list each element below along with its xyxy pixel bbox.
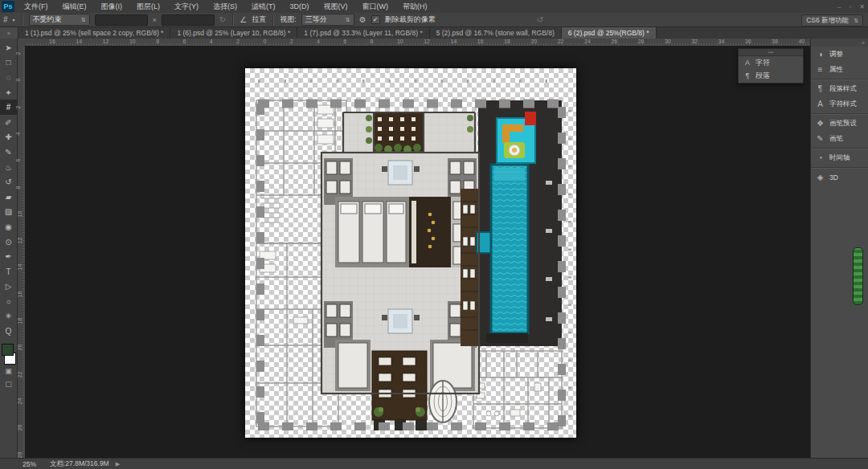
type-tool[interactable]: T <box>0 264 18 279</box>
move-tool[interactable]: ➤ <box>0 40 18 55</box>
top-ruler-label: 18 <box>504 39 510 44</box>
character-label: 字符 <box>755 58 770 68</box>
character-panel-tab[interactable]: A字符 <box>739 56 803 69</box>
paragraph-panel-tab[interactable]: ¶段落 <box>739 69 803 82</box>
delete-cropped-checkbox[interactable]: ✓ <box>371 15 380 24</box>
status-bar: 25% 文档:27.8M/316.9M ▶ <box>0 458 868 469</box>
tabs: 1 (1).psd @ 25% (sell space 2 copy, RGB/… <box>18 27 657 39</box>
brush-presets-panel-button[interactable]: ❖画笔预设 <box>811 116 868 131</box>
zoom-tool-icon: Q <box>6 327 12 336</box>
left-ruler-label: 4 <box>15 132 21 135</box>
minimize-button[interactable]: – <box>837 3 841 10</box>
menu-item-10[interactable]: 帮助(H) <box>395 0 435 13</box>
document-canvas[interactable] <box>245 68 576 438</box>
document-tab-4[interactable]: 6 (2).psd @ 25%(RGB/8) * <box>562 27 657 39</box>
dock-divider <box>811 79 868 80</box>
menu-item-8[interactable]: 视图(V) <box>317 0 355 13</box>
tools: ➤□◌✦#✐✚✎♨↺▰▨◉⊙✒T▷○✳Q <box>0 40 18 339</box>
menu-item-3[interactable]: 图层(L) <box>129 0 167 13</box>
brush-tool[interactable]: ✎ <box>0 145 18 160</box>
straighten-button[interactable]: 拉直 <box>252 14 266 25</box>
menu-item-7[interactable]: 3D(D) <box>283 0 317 13</box>
document-tab-2[interactable]: 1 (7).psd @ 33.3% (Layer 11, RGB/8) * <box>297 27 429 39</box>
paragraph-styles-panel-button[interactable]: ¶段落样式 <box>811 81 868 96</box>
straighten-icon[interactable]: ∠ <box>240 15 247 24</box>
dock-collapse-icon[interactable]: « <box>811 39 868 47</box>
reset-icon[interactable]: ↺ <box>537 15 543 24</box>
workspace-switcher[interactable]: CS6 新增功能 ⇅ <box>801 14 863 27</box>
gradient-tool[interactable]: ▨ <box>0 205 18 220</box>
document-tab-0[interactable]: 1 (1).psd @ 25% (sell space 2 copy, RGB/… <box>18 27 170 39</box>
overlay-select[interactable]: 三等分 ⇅ <box>301 14 354 26</box>
threed-panel-button[interactable]: ◈3D <box>811 169 868 185</box>
lasso-tool[interactable]: ◌ <box>0 70 18 85</box>
top-ruler-label: 4 <box>210 39 213 44</box>
photoshop-window: Ps 文件(F)编辑(E)图像(I)图层(L)文字(Y)选择(S)滤镜(T)3D… <box>0 0 868 469</box>
left-ruler-label: 24 <box>17 398 23 404</box>
dock-divider <box>811 148 868 149</box>
hand-tool-icon: ✳ <box>5 312 11 320</box>
menu-item-1[interactable]: 编辑(E) <box>55 0 94 13</box>
crop-ratio-select[interactable]: 不受约束 ⇅ <box>29 14 90 26</box>
crop-tool[interactable]: # <box>0 100 18 115</box>
menu-item-5[interactable]: 选择(S) <box>206 0 244 13</box>
top-ruler-label: 16 <box>49 39 55 44</box>
spot-healing-brush-tool[interactable]: ✚ <box>0 130 18 145</box>
pen-tool[interactable]: ✒ <box>0 249 18 264</box>
rectangular-marquee-tool[interactable]: □ <box>0 55 18 71</box>
path-selection-tool[interactable]: ▷ <box>0 279 18 295</box>
document-tab-3[interactable]: 5 (2).psd @ 16.7% (stone wall, RGB/8) <box>430 27 562 39</box>
left-ruler-label: 6 <box>15 159 21 162</box>
clone-stamp-tool[interactable]: ♨ <box>0 160 18 175</box>
close-button[interactable]: ✕ <box>859 3 865 10</box>
menu-item-4[interactable]: 文字(Y) <box>167 0 206 13</box>
menu-item-6[interactable]: 滤镜(T) <box>244 0 283 13</box>
left-ruler-label: 8 <box>15 186 21 189</box>
character-paragraph-panel: ▪▪▪ A字符¶段落 <box>738 48 804 84</box>
rotate-crop-icon[interactable]: ↻ <box>219 15 226 24</box>
zoom-level-field[interactable]: 25% <box>23 460 43 468</box>
menu-item-9[interactable]: 窗口(W) <box>355 0 396 13</box>
dodge-tool[interactable]: ⊙ <box>0 234 18 250</box>
left-ruler-label: 22 <box>17 371 23 377</box>
gear-icon[interactable]: ⚙ <box>359 15 366 24</box>
delete-cropped-label: 删除裁剪的像素 <box>385 14 436 25</box>
hand-tool[interactable]: ✳ <box>0 309 18 324</box>
adjustments-panel-button[interactable]: ◑调整 <box>811 47 868 62</box>
history-brush-tool[interactable]: ↺ <box>0 174 18 190</box>
tools-panel-collapse-icon[interactable]: » <box>0 27 18 39</box>
tool-preset-caret-icon[interactable]: ▾ <box>13 17 15 22</box>
dock-divider <box>811 113 868 114</box>
properties-panel-button[interactable]: ≡属性 <box>811 62 868 77</box>
crop-height-field[interactable] <box>162 14 215 26</box>
brush-panel-label: 画笔 <box>829 134 843 144</box>
zoom-tool[interactable]: Q <box>0 324 18 339</box>
menu-item-0[interactable]: 文件(F) <box>17 0 55 13</box>
status-flyout-icon[interactable]: ▶ <box>116 461 120 467</box>
screen-mode-button[interactable]: ▢ <box>0 377 18 390</box>
brush-presets-panel-icon: ❖ <box>815 119 825 128</box>
properties-panel-label: 属性 <box>829 65 843 75</box>
document-tab-1[interactable]: 1 (6).psd @ 25% (Layer 10, RGB/8) * <box>170 27 297 39</box>
shape-tool[interactable]: ○ <box>0 294 18 309</box>
blur-tool[interactable]: ◉ <box>0 219 18 234</box>
foreground-color-swatch[interactable] <box>2 344 14 356</box>
top-ruler-label: 36 <box>745 39 751 44</box>
maximize-button[interactable]: ▫ <box>849 3 851 10</box>
timeline-panel-button[interactable]: ◔时间轴 <box>811 150 868 165</box>
eyedropper-tool[interactable]: ✐ <box>0 115 18 130</box>
timeline-panel-icon: ◔ <box>815 153 825 162</box>
character-icon: A <box>743 59 751 67</box>
character-styles-panel-icon: A <box>815 100 825 108</box>
quick-selection-tool[interactable]: ✦ <box>0 85 18 100</box>
panel-drag-grip[interactable]: ▪▪▪ <box>739 49 803 56</box>
green-indicator-widget[interactable] <box>853 247 863 305</box>
brush-panel-button[interactable]: ✎画笔 <box>811 131 868 146</box>
menu-item-2[interactable]: 图像(I) <box>94 0 130 13</box>
crop-tool-icon[interactable]: # <box>3 15 8 24</box>
crop-width-field[interactable] <box>95 14 148 26</box>
character-styles-panel-button[interactable]: A字符样式 <box>811 96 868 112</box>
eraser-tool[interactable]: ▰ <box>0 190 18 205</box>
top-ruler-label: 14 <box>76 39 82 44</box>
quick-mask-button[interactable]: ▣ <box>0 365 18 377</box>
